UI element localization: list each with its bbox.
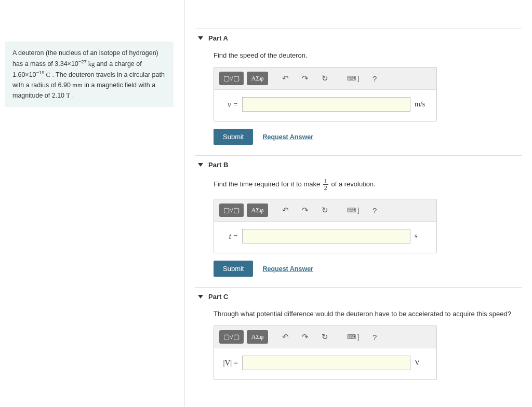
mass-exponent: −27 [78, 59, 87, 64]
part-b-title: Part B [208, 161, 228, 169]
part-a-input[interactable] [242, 97, 410, 112]
redo-button[interactable]: ↷ [297, 204, 314, 217]
part-a-answer-box: ▢√▢ ΑΣφ ↶ ↷ ↻ ⌨ ] ? v = m/s [214, 67, 437, 121]
radius-unit: mm [72, 82, 82, 89]
chevron-down-icon [198, 163, 203, 167]
greek-button[interactable]: ΑΣφ [247, 72, 268, 85]
part-b-answer-row: t = s [214, 222, 436, 253]
part-b-body: Find the time required for it to make 12… [195, 173, 522, 277]
charge-unit: C [44, 71, 50, 78]
part-c-body: Through what potential difference would … [195, 305, 522, 380]
submit-button[interactable]: Submit [214, 129, 253, 145]
request-answer-link[interactable]: Request Answer [262, 133, 313, 141]
part-a-header[interactable]: Part A [195, 29, 522, 46]
part-a-body: Find the speed of the deuteron. ▢√▢ ΑΣφ … [195, 46, 522, 145]
help-button[interactable]: ? [366, 204, 383, 217]
mass-unit: kg [87, 60, 95, 67]
greek-button[interactable]: ΑΣφ [247, 330, 268, 344]
part-c-answer-row: |V| = V [214, 348, 436, 379]
reset-button[interactable]: ↻ [317, 72, 334, 85]
request-answer-link[interactable]: Request Answer [262, 265, 313, 273]
problem-period: . [70, 92, 74, 99]
problem-column: A deuteron (the nucleus of an isotope of… [0, 0, 184, 407]
reset-button[interactable]: ↻ [317, 204, 334, 217]
part-b-prompt-after: of a revolution. [331, 180, 375, 188]
part-b-answer-box: ▢√▢ ΑΣφ ↶ ↷ ↻ ⌨ ] ? t = s [214, 199, 437, 253]
part-a-toolbar: ▢√▢ ΑΣφ ↶ ↷ ↻ ⌨ ] ? [214, 67, 436, 90]
keyboard-button[interactable]: ⌨ ] [343, 330, 364, 344]
part-a-title: Part A [208, 34, 228, 42]
undo-button[interactable]: ↶ [277, 72, 294, 85]
help-button[interactable]: ? [366, 72, 383, 85]
submit-button[interactable]: Submit [214, 261, 253, 277]
part-b-unit: s [415, 232, 430, 240]
part-c-title: Part C [208, 293, 228, 301]
part-b-prompt: Find the time required for it to make 12… [214, 178, 522, 191]
undo-button[interactable]: ↶ [277, 330, 294, 344]
keyboard-button[interactable]: ⌨ ] [343, 204, 364, 217]
part-c-toolbar: ▢√▢ ΑΣφ ↶ ↷ ↻ ⌨ ] ? [214, 326, 436, 348]
charge-exponent: −19 [36, 70, 45, 75]
template-button[interactable]: ▢√▢ [219, 204, 244, 217]
fraction-one-half: 12 [323, 178, 328, 191]
redo-button[interactable]: ↷ [297, 330, 314, 344]
part-a-actions: Submit Request Answer [214, 129, 522, 145]
redo-button[interactable]: ↷ [297, 72, 314, 85]
part-a-prompt: Find the speed of the deuteron. [214, 51, 522, 59]
chevron-down-icon [198, 36, 203, 40]
part-b-section: Part B Find the time required for it to … [195, 155, 522, 277]
part-c-unit: V [415, 359, 430, 367]
help-button[interactable]: ? [366, 330, 383, 344]
part-c-input[interactable] [242, 356, 410, 370]
undo-button[interactable]: ↶ [277, 204, 294, 217]
part-a-section: Part A Find the speed of the deuteron. ▢… [195, 29, 522, 145]
part-c-header[interactable]: Part C [195, 288, 522, 305]
template-button[interactable]: ▢√▢ [219, 72, 244, 85]
parts-column: Part A Find the speed of the deuteron. ▢… [184, 0, 532, 407]
page-root: A deuteron (the nucleus of an isotope of… [0, 0, 532, 407]
part-b-actions: Submit Request Answer [214, 261, 522, 277]
chevron-down-icon [198, 295, 203, 299]
part-b-variable: t = [220, 232, 238, 241]
keyboard-button[interactable]: ⌨ ] [343, 72, 364, 85]
part-a-answer-row: v = m/s [214, 90, 436, 121]
part-a-unit: m/s [415, 100, 430, 108]
part-c-prompt: Through what potential difference would … [214, 310, 522, 318]
part-a-variable: v = [220, 100, 238, 109]
part-b-header[interactable]: Part B [195, 156, 522, 173]
greek-button[interactable]: ΑΣφ [247, 204, 268, 217]
problem-statement: A deuteron (the nucleus of an isotope of… [5, 42, 174, 107]
part-b-prompt-before: Find the time required for it to make [214, 180, 322, 188]
reset-button[interactable]: ↻ [317, 330, 334, 344]
part-b-input[interactable] [242, 229, 410, 243]
part-c-section: Part C Through what potential difference… [195, 287, 522, 380]
template-button[interactable]: ▢√▢ [219, 330, 244, 344]
part-b-toolbar: ▢√▢ ΑΣφ ↶ ↷ ↻ ⌨ ] ? [214, 199, 436, 222]
part-c-answer-box: ▢√▢ ΑΣφ ↶ ↷ ↻ ⌨ ] ? |V| = V [214, 325, 437, 380]
part-c-variable: |V| = [220, 359, 238, 368]
